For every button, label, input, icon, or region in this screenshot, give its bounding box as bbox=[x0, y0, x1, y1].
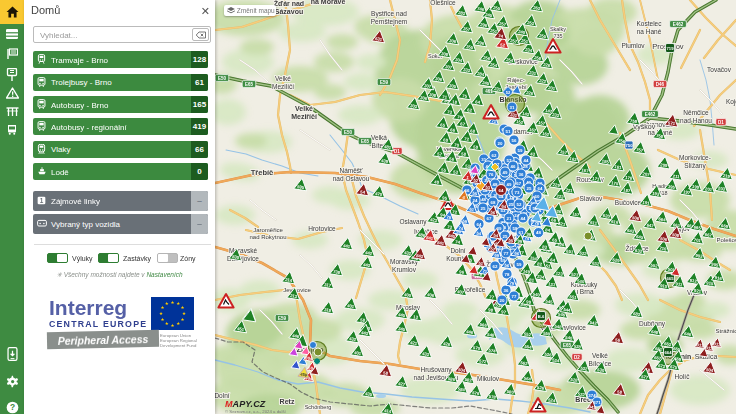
svg-text:62: 62 bbox=[493, 264, 498, 269]
svg-text:Dolní: Dolní bbox=[215, 392, 230, 399]
svg-text:E462: E462 bbox=[673, 22, 684, 27]
svg-text:B-6: B-6 bbox=[538, 314, 545, 319]
svg-text:Kojetín: Kojetín bbox=[726, 98, 736, 106]
svg-text:25: 25 bbox=[509, 202, 514, 207]
svg-text:Náměšť: Náměšť bbox=[339, 167, 363, 174]
svg-text:374: 374 bbox=[588, 393, 596, 398]
svg-text:62: 62 bbox=[492, 153, 497, 158]
svg-text:64: 64 bbox=[477, 222, 482, 227]
svg-text:44: 44 bbox=[521, 216, 526, 221]
svg-text:46: 46 bbox=[511, 164, 516, 169]
svg-text:Velké: Velké bbox=[275, 75, 291, 82]
svg-text:77: 77 bbox=[512, 294, 517, 299]
svg-text:Olešnice: Olešnice bbox=[430, 0, 456, 6]
svg-text:Jevišovice: Jevišovice bbox=[283, 287, 311, 293]
svg-text:Žďár nad: Žďár nad bbox=[274, 0, 304, 7]
svg-text:61: 61 bbox=[519, 230, 524, 235]
svg-text:Slavkov: Slavkov bbox=[580, 195, 604, 202]
svg-text:Velká: Velká bbox=[371, 134, 387, 141]
svg-text:★: ★ bbox=[180, 305, 184, 310]
svg-text:51: 51 bbox=[506, 129, 511, 134]
svg-text:44: 44 bbox=[524, 158, 529, 163]
svg-text:nad Oslavou: nad Oslavou bbox=[333, 175, 370, 182]
svg-text:59: 59 bbox=[517, 262, 522, 267]
svg-text:Skalky: Skalky bbox=[550, 26, 566, 32]
svg-text:E65: E65 bbox=[361, 139, 370, 144]
svg-text:25: 25 bbox=[527, 186, 532, 191]
svg-text:Jaroměřice: Jaroměřice bbox=[253, 227, 283, 233]
svg-text:68: 68 bbox=[491, 200, 496, 205]
svg-text:Velké: Velké bbox=[592, 352, 608, 359]
svg-text:na Hané: na Hané bbox=[637, 28, 662, 35]
svg-text:nad Hanou: nad Hanou bbox=[680, 117, 712, 124]
svg-text:21: 21 bbox=[507, 216, 512, 221]
svg-text:★: ★ bbox=[170, 300, 174, 305]
svg-text:E65: E65 bbox=[245, 82, 254, 87]
svg-text:Hrušovany: Hrušovany bbox=[420, 366, 452, 374]
svg-text:78: 78 bbox=[505, 272, 510, 277]
svg-text:Rájec-: Rájec- bbox=[507, 77, 524, 83]
svg-text:76: 76 bbox=[489, 172, 494, 177]
svg-text:73: 73 bbox=[515, 190, 520, 195]
svg-text:20: 20 bbox=[498, 141, 503, 146]
svg-text:750: 750 bbox=[626, 143, 634, 148]
svg-text:77: 77 bbox=[504, 251, 509, 256]
svg-text:665: 665 bbox=[667, 276, 675, 281]
svg-text:E59: E59 bbox=[380, 80, 389, 85]
svg-text:24: 24 bbox=[473, 198, 478, 203]
svg-text:Kostelec: Kostelec bbox=[637, 20, 663, 27]
svg-text:★: ★ bbox=[165, 321, 169, 326]
svg-text:E50: E50 bbox=[344, 130, 353, 135]
svg-text:Plumlov: Plumlov bbox=[621, 42, 645, 49]
svg-text:664: 664 bbox=[665, 350, 673, 355]
svg-text:48: 48 bbox=[536, 230, 541, 235]
svg-text:u Brna: u Brna bbox=[574, 288, 594, 295]
svg-text:Meziříčí: Meziříčí bbox=[291, 113, 318, 120]
svg-text:★: ★ bbox=[165, 301, 169, 306]
svg-text:Dolní: Dolní bbox=[450, 247, 465, 254]
svg-text:Polešovice: Polešovice bbox=[716, 237, 736, 243]
svg-text:49: 49 bbox=[507, 182, 512, 187]
svg-text:Morkovice-: Morkovice- bbox=[679, 154, 711, 161]
svg-text:★: ★ bbox=[170, 323, 174, 328]
svg-text:Mikulov: Mikulov bbox=[477, 375, 500, 382]
svg-text:★: ★ bbox=[160, 317, 164, 322]
svg-text:na Moravě: na Moravě bbox=[311, 0, 346, 5]
svg-text:Hrotovice: Hrotovice bbox=[308, 225, 336, 232]
svg-text:Retz: Retz bbox=[280, 398, 295, 405]
svg-text:?: ? bbox=[9, 402, 14, 412]
svg-text:719: 719 bbox=[667, 46, 675, 51]
svg-text:★: ★ bbox=[182, 311, 186, 316]
svg-text:20: 20 bbox=[500, 298, 505, 303]
svg-text:67: 67 bbox=[516, 181, 521, 186]
svg-text:Velké: Velké bbox=[295, 105, 313, 112]
svg-text:735: 735 bbox=[553, 33, 562, 39]
svg-text:Třebíč: Třebíč bbox=[251, 168, 274, 177]
svg-text:nad Rokytnou: nad Rokytnou bbox=[249, 234, 286, 240]
svg-text:1: 1 bbox=[40, 197, 44, 204]
svg-text:60: 60 bbox=[535, 194, 540, 199]
svg-text:59: 59 bbox=[518, 148, 523, 153]
svg-text:★: ★ bbox=[159, 311, 163, 316]
svg-text:36: 36 bbox=[519, 172, 524, 177]
svg-text:52: 52 bbox=[517, 202, 522, 207]
svg-text:Holíč: Holíč bbox=[675, 373, 691, 380]
svg-text:67: 67 bbox=[487, 216, 492, 221]
svg-text:D2: D2 bbox=[574, 355, 580, 360]
svg-text:E50: E50 bbox=[218, 76, 227, 81]
svg-text:Mezilíčí: Mezilíčí bbox=[272, 83, 294, 90]
svg-text:D1: D1 bbox=[394, 149, 400, 154]
svg-text:Dubňany: Dubňany bbox=[639, 320, 666, 328]
svg-text:31: 31 bbox=[510, 105, 515, 110]
svg-text:Strážnice: Strážnice bbox=[715, 328, 736, 334]
svg-text:★: ★ bbox=[176, 321, 180, 326]
svg-text:Němčice: Němčice bbox=[683, 109, 709, 116]
svg-text:E59: E59 bbox=[278, 316, 287, 321]
svg-text:D1: D1 bbox=[718, 120, 724, 125]
svg-text:D46: D46 bbox=[656, 82, 665, 87]
svg-text:Slížany: Slížany bbox=[684, 162, 706, 170]
svg-text:E65: E65 bbox=[563, 343, 572, 348]
svg-text:25: 25 bbox=[503, 234, 508, 239]
svg-text:Tovačov: Tovačov bbox=[707, 66, 732, 73]
svg-text:49: 49 bbox=[503, 170, 508, 175]
